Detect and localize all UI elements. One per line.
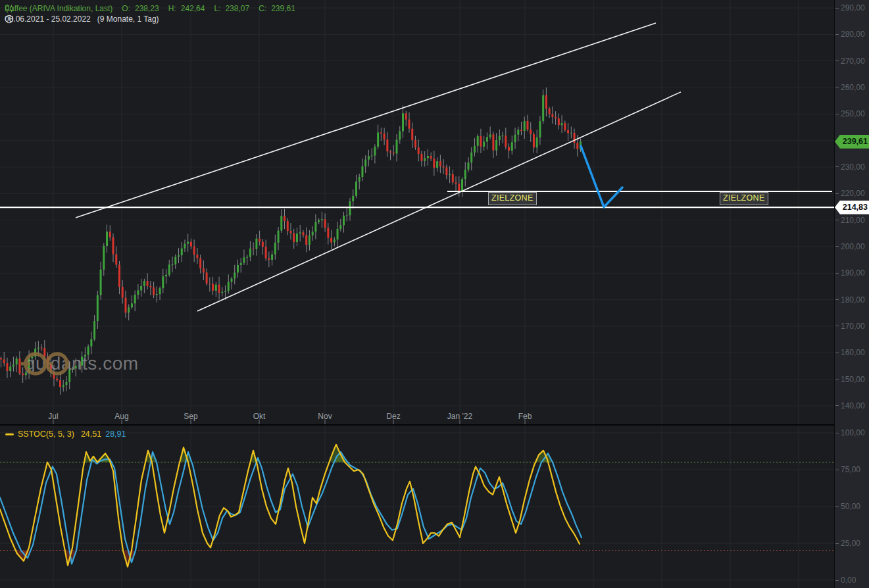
candle-up[interactable]	[103, 246, 105, 270]
candle-down[interactable]	[380, 132, 382, 134]
candle-up[interactable]	[542, 95, 544, 121]
candle-up[interactable]	[271, 255, 273, 260]
candle-up[interactable]	[156, 294, 158, 295]
candle-up[interactable]	[131, 303, 133, 307]
candle-down[interactable]	[480, 136, 482, 147]
candle-up[interactable]	[12, 364, 14, 366]
candle-down[interactable]	[558, 118, 560, 125]
candle-up[interactable]	[470, 153, 472, 162]
candle-up[interactable]	[368, 156, 370, 160]
candle-up[interactable]	[172, 264, 174, 265]
candle-down[interactable]	[118, 264, 120, 287]
candle-down[interactable]	[411, 129, 413, 140]
candle-up[interactable]	[296, 233, 298, 242]
candle-up[interactable]	[314, 222, 316, 232]
candle-down[interactable]	[389, 151, 391, 153]
candle-up[interactable]	[9, 366, 11, 371]
candle-down[interactable]	[59, 380, 61, 387]
candle-up[interactable]	[321, 219, 323, 220]
candle-down[interactable]	[551, 114, 553, 116]
candle-down[interactable]	[433, 159, 435, 168]
candle-up[interactable]	[349, 201, 351, 215]
candle-down[interactable]	[290, 231, 292, 233]
candle-down[interactable]	[492, 134, 494, 150]
candle-up[interactable]	[181, 249, 183, 256]
candle-down[interactable]	[305, 235, 307, 245]
candle-up[interactable]	[339, 225, 341, 229]
candle-up[interactable]	[464, 170, 466, 179]
candle-up[interactable]	[449, 174, 451, 175]
candle-down[interactable]	[530, 130, 532, 134]
candle-down[interactable]	[203, 268, 205, 272]
candle-up[interactable]	[343, 216, 345, 225]
candle-up[interactable]	[511, 142, 513, 151]
candle-up[interactable]	[489, 134, 491, 137]
candle-up[interactable]	[502, 135, 504, 136]
candle-down[interactable]	[408, 120, 410, 129]
candle-down[interactable]	[458, 184, 460, 191]
candle-up[interactable]	[483, 141, 485, 146]
date-range[interactable]: 08.06.2021 - 25.02.2022	[5, 14, 91, 24]
candle-up[interactable]	[137, 290, 139, 295]
candle-down[interactable]	[6, 363, 8, 371]
candle-down[interactable]	[265, 247, 267, 258]
candle-down[interactable]	[576, 143, 578, 149]
candle-up[interactable]	[359, 177, 360, 182]
candle-up[interactable]	[334, 239, 335, 242]
candle-down[interactable]	[147, 281, 149, 286]
candle-up[interactable]	[364, 160, 366, 166]
candle-up[interactable]	[524, 121, 526, 131]
candle-down[interactable]	[549, 109, 551, 114]
zielzone-annotation-2[interactable]: ZIELZONE	[720, 192, 768, 205]
candle-down[interactable]	[384, 134, 385, 139]
candle-down[interactable]	[190, 242, 192, 247]
candle-up[interactable]	[517, 130, 519, 134]
candle-up[interactable]	[237, 265, 239, 272]
candle-down[interactable]	[567, 130, 569, 134]
candle-down[interactable]	[574, 133, 576, 143]
candle-up[interactable]	[318, 220, 320, 222]
candle-up[interactable]	[346, 215, 348, 216]
candle-up[interactable]	[240, 263, 242, 265]
candle-up[interactable]	[312, 232, 314, 235]
candle-up[interactable]	[97, 295, 99, 321]
candle-up[interactable]	[424, 158, 426, 160]
candle-down[interactable]	[0, 358, 2, 359]
candle-up[interactable]	[436, 161, 438, 168]
candle-up[interactable]	[255, 239, 257, 249]
candle-up[interactable]	[467, 162, 469, 170]
candle-down[interactable]	[324, 219, 326, 228]
candle-down[interactable]	[505, 135, 507, 147]
candle-up[interactable]	[243, 257, 245, 262]
candle-up[interactable]	[106, 232, 108, 246]
candle-down[interactable]	[262, 242, 264, 247]
instrument-title[interactable]: Kaffee (ARIVA Indikation, Last)	[5, 4, 112, 13]
candle-down[interactable]	[443, 166, 445, 168]
candle-up[interactable]	[249, 249, 251, 257]
candle-up[interactable]	[228, 282, 230, 291]
candle-down[interactable]	[122, 287, 124, 297]
candle-up[interactable]	[377, 132, 379, 147]
candle-up[interactable]	[224, 291, 226, 291]
candle-down[interactable]	[287, 221, 289, 231]
candle-up[interactable]	[128, 307, 130, 312]
candle-up[interactable]	[159, 288, 161, 294]
candle-up[interactable]	[280, 216, 282, 230]
candle-down[interactable]	[212, 284, 214, 291]
candle-down[interactable]	[430, 156, 432, 159]
candle-up[interactable]	[231, 279, 233, 282]
candle-up[interactable]	[514, 135, 516, 142]
candle-up[interactable]	[570, 133, 572, 134]
candle-up[interactable]	[278, 231, 280, 243]
candle-down[interactable]	[405, 113, 407, 119]
candle-down[interactable]	[545, 95, 547, 109]
indicator-name[interactable]: SSTOC(5, 5, 3)	[18, 429, 74, 439]
candle-down[interactable]	[293, 233, 295, 242]
candle-up[interactable]	[399, 132, 401, 140]
candle-down[interactable]	[284, 216, 286, 221]
candle-down[interactable]	[414, 140, 416, 147]
candle-down[interactable]	[193, 247, 195, 255]
candle-up[interactable]	[215, 285, 217, 291]
candle-up[interactable]	[246, 257, 248, 258]
candle-up[interactable]	[134, 295, 136, 303]
